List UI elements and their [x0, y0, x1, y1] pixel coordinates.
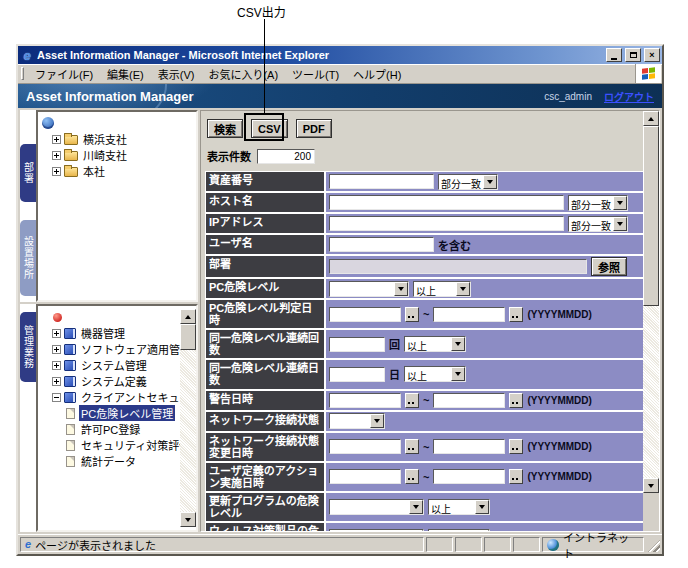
expand-toggle[interactable]	[52, 167, 61, 176]
menu-item[interactable]: ヘルプ(H)	[346, 64, 408, 84]
tab-management-tasks[interactable]: 管理業務	[20, 312, 36, 382]
tree-item[interactable]: 統計データ	[42, 453, 180, 469]
scrollbar-thumb[interactable]	[180, 324, 196, 350]
scroll-up-button[interactable]	[180, 309, 196, 324]
tree-item[interactable]: セキュリティ対策評価	[42, 437, 180, 453]
antivirus-product-risk-match-select[interactable]: 以上	[428, 529, 490, 531]
network-status-changed-from-input[interactable]	[329, 439, 401, 454]
asset-number-input[interactable]	[329, 174, 434, 189]
antivirus-product-risk-select[interactable]	[329, 529, 424, 531]
network-status-changed-to-input[interactable]	[433, 439, 505, 454]
host-name-input[interactable]	[329, 195, 564, 210]
page-icon: e	[25, 539, 31, 550]
page-icon	[66, 424, 75, 435]
user-action-executed-to-input[interactable]	[433, 469, 505, 484]
same-risk-repeat-count-value-cell: 回以上	[326, 330, 643, 358]
resize-grip[interactable]	[646, 537, 660, 552]
pc-risk-level-judged-from-date-picker-button[interactable]	[405, 307, 419, 322]
expand-toggle[interactable]	[52, 345, 61, 354]
form-row-user-action-executed: ユーザ定義のアクション実施日時~(YYYYMMDD)	[206, 463, 643, 491]
tree-item[interactable]: 許可PC登録	[42, 421, 180, 437]
menu-item[interactable]: お気に入り(A)	[201, 64, 285, 84]
left-sidebar: 部署 設置場所 横浜支社川崎支社本社 管理業務 機器管理ソフトウェア適用管理シス…	[20, 110, 198, 532]
tree-item[interactable]: システム定義	[42, 373, 180, 389]
user-action-executed-from-input[interactable]	[329, 469, 401, 484]
dropdown-arrow-icon	[409, 500, 423, 514]
pc-risk-level-select[interactable]	[329, 281, 409, 297]
tab-department[interactable]: 部署	[20, 144, 36, 202]
tree-item[interactable]: 機器管理	[42, 325, 180, 341]
tree-item[interactable]: 本社	[42, 163, 196, 179]
expand-toggle[interactable]	[52, 377, 61, 386]
scrollbar-track[interactable]	[643, 306, 659, 478]
pc-risk-level-judged-to-input[interactable]	[433, 307, 505, 322]
maximize-button[interactable]	[625, 48, 641, 62]
scrollbar-thumb[interactable]	[643, 126, 659, 306]
csv-button[interactable]: CSV	[251, 119, 288, 138]
tree-item[interactable]: PC危険レベル管理	[42, 405, 180, 421]
search-button[interactable]: 検索	[207, 119, 243, 138]
select-value: 以上	[414, 282, 456, 296]
department-browse-button[interactable]: 参照	[591, 257, 627, 276]
menu-item[interactable]: ツール(T)	[285, 64, 346, 84]
host-name-match-select[interactable]: 部分一致	[568, 195, 628, 211]
warning-datetime-to-date-picker-button[interactable]	[509, 393, 523, 408]
scrollbar-track[interactable]	[180, 350, 196, 512]
status-bar: e ページが表示されました イントラネット	[18, 534, 662, 554]
tree-item[interactable]: クライアントセキュリティ管理	[42, 389, 180, 405]
same-risk-repeat-count-match-select[interactable]: 以上	[404, 336, 466, 352]
same-risk-repeat-days-match-select[interactable]: 以上	[404, 366, 466, 382]
expand-toggle[interactable]	[52, 135, 61, 144]
network-status-label: ネットワーク接続状態	[206, 412, 324, 431]
user-action-executed-to-date-picker-button[interactable]	[509, 469, 523, 484]
expand-toggle[interactable]	[52, 393, 61, 402]
user-action-executed-from-date-picker-button[interactable]	[405, 469, 419, 484]
content-scrollbar-column	[643, 111, 659, 531]
minimize-button[interactable]	[606, 48, 622, 62]
user-name-input[interactable]	[329, 237, 434, 252]
user-name-value-cell: を含む	[326, 235, 643, 254]
expand-toggle[interactable]	[52, 151, 61, 160]
asset-number-match-select[interactable]: 部分一致	[438, 174, 498, 190]
scroll-up-button[interactable]	[643, 111, 659, 126]
tree-item[interactable]: 川崎支社	[42, 147, 196, 163]
same-risk-repeat-days-input[interactable]	[329, 367, 385, 382]
pc-risk-level-judged-from-input[interactable]	[329, 307, 401, 322]
warning-datetime-to-input[interactable]	[433, 393, 505, 408]
tree-item[interactable]: ソフトウェア適用管理	[42, 341, 180, 357]
expand-toggle[interactable]	[52, 361, 61, 370]
menu-item[interactable]: 編集(E)	[100, 64, 151, 84]
tree-item-selected-label: PC危険レベル管理	[79, 405, 175, 421]
pc-risk-level-judged-to-date-picker-button[interactable]	[509, 307, 523, 322]
network-status-value-cell	[326, 412, 643, 431]
network-status-changed-to-date-picker-button[interactable]	[509, 439, 523, 454]
update-program-risk-match-select[interactable]: 以上	[428, 499, 490, 515]
network-status-changed-from-date-picker-button[interactable]	[405, 439, 419, 454]
zone-label: イントラネット	[563, 529, 639, 561]
pc-risk-level-match-select[interactable]: 以上	[413, 281, 471, 297]
logout-link[interactable]: ログアウト	[604, 89, 654, 104]
menu-item[interactable]: ファイル(F)	[28, 64, 100, 84]
expand-toggle[interactable]	[52, 329, 61, 338]
ip-address-match-select[interactable]: 部分一致	[568, 216, 628, 232]
scroll-down-button[interactable]	[643, 478, 659, 493]
network-status-select[interactable]	[329, 413, 385, 429]
department-tree: 横浜支社川崎支社本社	[42, 115, 196, 297]
tree-item[interactable]: システム管理	[42, 357, 180, 373]
warning-datetime-from-date-picker-button[interactable]	[405, 393, 419, 408]
menu-item[interactable]: 表示(V)	[151, 64, 202, 84]
tab-location[interactable]: 設置場所	[20, 220, 36, 296]
update-program-risk-select[interactable]	[329, 499, 424, 515]
book-icon	[64, 376, 76, 387]
same-risk-repeat-count-input[interactable]	[329, 337, 385, 352]
user-action-executed-value-cell: ~(YYYYMMDD)	[326, 463, 643, 491]
scroll-down-button[interactable]	[180, 512, 196, 527]
ip-address-input[interactable]	[329, 216, 564, 231]
warning-datetime-from-input[interactable]	[329, 393, 401, 408]
book-icon	[64, 392, 76, 403]
result-count-input[interactable]: 200	[257, 149, 315, 164]
tree-item[interactable]: 横浜支社	[42, 131, 196, 147]
form-row-same-risk-repeat-count: 同一危険レベル連続回数回以上	[206, 330, 643, 358]
close-button[interactable]: ×	[644, 48, 660, 62]
pdf-button[interactable]: PDF	[296, 119, 332, 138]
